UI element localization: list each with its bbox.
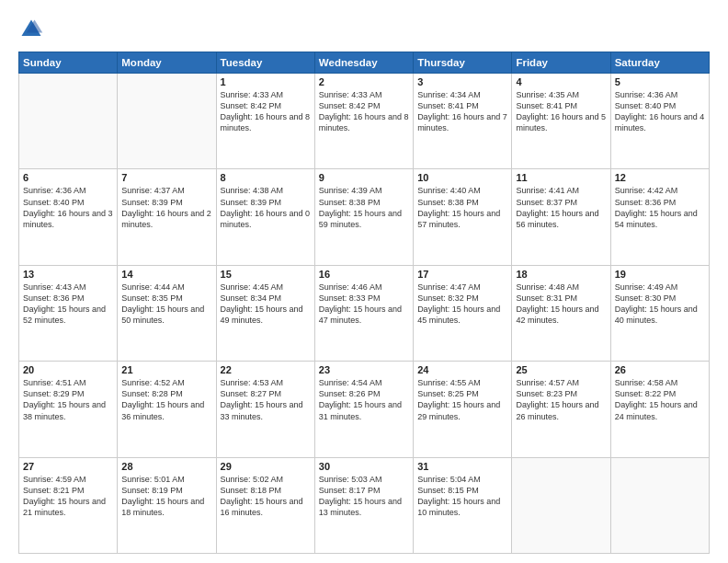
calendar-cell: 26Sunrise: 4:58 AM Sunset: 8:22 PM Dayli… [610,362,709,457]
calendar-cell: 1Sunrise: 4:33 AM Sunset: 8:42 PM Daylig… [216,74,314,169]
calendar-week-2: 13Sunrise: 4:43 AM Sunset: 8:36 PM Dayli… [19,265,710,361]
day-info: Sunrise: 4:49 AM Sunset: 8:30 PM Dayligh… [615,282,705,327]
calendar-cell [118,74,216,169]
day-number: 24 [417,364,507,375]
day-info: Sunrise: 4:42 AM Sunset: 8:36 PM Dayligh… [615,185,705,230]
day-number: 28 [121,461,211,472]
day-info: Sunrise: 4:39 AM Sunset: 8:38 PM Dayligh… [319,185,409,230]
day-number: 18 [516,269,606,280]
calendar-cell: 18Sunrise: 4:48 AM Sunset: 8:31 PM Dayli… [512,265,610,361]
day-number: 15 [221,269,311,280]
day-number: 14 [121,269,211,280]
day-number: 1 [221,76,311,87]
day-info: Sunrise: 4:35 AM Sunset: 8:41 PM Dayligh… [516,89,606,134]
weekday-row: SundayMondayTuesdayWednesdayThursdayFrid… [19,52,710,74]
day-info: Sunrise: 4:45 AM Sunset: 8:34 PM Dayligh… [221,282,311,327]
weekday-header-monday: Monday [118,52,216,74]
day-number: 3 [417,76,507,87]
day-number: 12 [615,172,705,183]
calendar-cell [610,457,709,553]
day-number: 30 [319,461,409,472]
day-info: Sunrise: 4:40 AM Sunset: 8:38 PM Dayligh… [417,185,507,230]
calendar-week-0: 1Sunrise: 4:33 AM Sunset: 8:42 PM Daylig… [19,74,710,169]
day-info: Sunrise: 4:33 AM Sunset: 8:42 PM Dayligh… [319,89,409,134]
day-number: 5 [615,76,705,87]
calendar-cell: 19Sunrise: 4:49 AM Sunset: 8:30 PM Dayli… [610,265,709,361]
calendar-cell: 9Sunrise: 4:39 AM Sunset: 8:38 PM Daylig… [314,169,413,265]
page: SundayMondayTuesdayWednesdayThursdayFrid… [0,0,728,563]
day-info: Sunrise: 5:03 AM Sunset: 8:17 PM Dayligh… [319,474,409,519]
day-info: Sunrise: 4:53 AM Sunset: 8:27 PM Dayligh… [221,377,311,422]
day-info: Sunrise: 4:43 AM Sunset: 8:36 PM Dayligh… [23,282,113,327]
day-number: 26 [615,364,705,375]
day-info: Sunrise: 5:01 AM Sunset: 8:19 PM Dayligh… [121,474,211,519]
day-info: Sunrise: 4:33 AM Sunset: 8:42 PM Dayligh… [221,89,311,134]
day-info: Sunrise: 4:34 AM Sunset: 8:41 PM Dayligh… [417,89,507,134]
day-number: 22 [221,364,311,375]
calendar-cell: 6Sunrise: 4:36 AM Sunset: 8:40 PM Daylig… [19,169,118,265]
day-number: 11 [516,172,606,183]
day-number: 25 [516,364,606,375]
day-number: 7 [121,172,211,183]
day-info: Sunrise: 4:36 AM Sunset: 8:40 PM Dayligh… [615,89,705,134]
day-info: Sunrise: 4:59 AM Sunset: 8:21 PM Dayligh… [23,474,113,519]
calendar-cell: 14Sunrise: 4:44 AM Sunset: 8:35 PM Dayli… [118,265,216,361]
day-number: 2 [319,76,409,87]
calendar-cell: 11Sunrise: 4:41 AM Sunset: 8:37 PM Dayli… [512,169,610,265]
day-number: 27 [23,461,113,472]
calendar-cell: 30Sunrise: 5:03 AM Sunset: 8:17 PM Dayli… [314,457,413,553]
day-info: Sunrise: 4:54 AM Sunset: 8:26 PM Dayligh… [319,377,409,422]
day-number: 9 [319,172,409,183]
weekday-header-sunday: Sunday [19,52,118,74]
calendar-cell: 2Sunrise: 4:33 AM Sunset: 8:42 PM Daylig… [314,74,413,169]
calendar-week-4: 27Sunrise: 4:59 AM Sunset: 8:21 PM Dayli… [19,457,710,553]
weekday-header-saturday: Saturday [610,52,709,74]
calendar-body: 1Sunrise: 4:33 AM Sunset: 8:42 PM Daylig… [19,74,710,554]
calendar-cell: 28Sunrise: 5:01 AM Sunset: 8:19 PM Dayli… [118,457,216,553]
day-number: 21 [121,364,211,375]
day-info: Sunrise: 4:52 AM Sunset: 8:28 PM Dayligh… [121,377,211,422]
day-number: 29 [221,461,311,472]
day-number: 6 [23,172,113,183]
calendar-cell: 16Sunrise: 4:46 AM Sunset: 8:33 PM Dayli… [314,265,413,361]
calendar-cell: 7Sunrise: 4:37 AM Sunset: 8:39 PM Daylig… [118,169,216,265]
logo-icon [18,17,44,42]
calendar-week-3: 20Sunrise: 4:51 AM Sunset: 8:29 PM Dayli… [19,362,710,457]
day-number: 20 [23,364,113,375]
calendar-cell: 4Sunrise: 4:35 AM Sunset: 8:41 PM Daylig… [512,74,610,169]
weekday-header-wednesday: Wednesday [314,52,413,74]
calendar-week-1: 6Sunrise: 4:36 AM Sunset: 8:40 PM Daylig… [19,169,710,265]
calendar-cell: 13Sunrise: 4:43 AM Sunset: 8:36 PM Dayli… [19,265,118,361]
day-info: Sunrise: 4:55 AM Sunset: 8:25 PM Dayligh… [417,377,507,422]
day-number: 31 [417,461,507,472]
calendar-cell: 15Sunrise: 4:45 AM Sunset: 8:34 PM Dayli… [216,265,314,361]
calendar-cell: 17Sunrise: 4:47 AM Sunset: 8:32 PM Dayli… [414,265,512,361]
day-info: Sunrise: 5:04 AM Sunset: 8:15 PM Dayligh… [417,474,507,519]
header [18,17,710,42]
day-number: 19 [615,269,705,280]
day-number: 13 [23,269,113,280]
calendar-cell: 31Sunrise: 5:04 AM Sunset: 8:15 PM Dayli… [414,457,512,553]
weekday-header-friday: Friday [512,52,610,74]
calendar-cell: 23Sunrise: 4:54 AM Sunset: 8:26 PM Dayli… [314,362,413,457]
day-number: 4 [516,76,606,87]
calendar-cell: 12Sunrise: 4:42 AM Sunset: 8:36 PM Dayli… [610,169,709,265]
day-info: Sunrise: 4:44 AM Sunset: 8:35 PM Dayligh… [121,282,211,327]
day-info: Sunrise: 4:46 AM Sunset: 8:33 PM Dayligh… [319,282,409,327]
calendar-cell: 20Sunrise: 4:51 AM Sunset: 8:29 PM Dayli… [19,362,118,457]
day-info: Sunrise: 4:58 AM Sunset: 8:22 PM Dayligh… [615,377,705,422]
calendar-cell: 22Sunrise: 4:53 AM Sunset: 8:27 PM Dayli… [216,362,314,457]
day-info: Sunrise: 4:57 AM Sunset: 8:23 PM Dayligh… [516,377,606,422]
day-info: Sunrise: 4:38 AM Sunset: 8:39 PM Dayligh… [221,185,311,230]
day-info: Sunrise: 4:48 AM Sunset: 8:31 PM Dayligh… [516,282,606,327]
calendar-cell: 5Sunrise: 4:36 AM Sunset: 8:40 PM Daylig… [610,74,709,169]
calendar-cell: 27Sunrise: 4:59 AM Sunset: 8:21 PM Dayli… [19,457,118,553]
day-info: Sunrise: 4:41 AM Sunset: 8:37 PM Dayligh… [516,185,606,230]
calendar-cell: 29Sunrise: 5:02 AM Sunset: 8:18 PM Dayli… [216,457,314,553]
calendar-cell: 24Sunrise: 4:55 AM Sunset: 8:25 PM Dayli… [414,362,512,457]
weekday-header-tuesday: Tuesday [216,52,314,74]
calendar-header: SundayMondayTuesdayWednesdayThursdayFrid… [19,52,710,74]
calendar-cell: 21Sunrise: 4:52 AM Sunset: 8:28 PM Dayli… [118,362,216,457]
day-number: 10 [417,172,507,183]
calendar-table: SundayMondayTuesdayWednesdayThursdayFrid… [18,52,710,554]
